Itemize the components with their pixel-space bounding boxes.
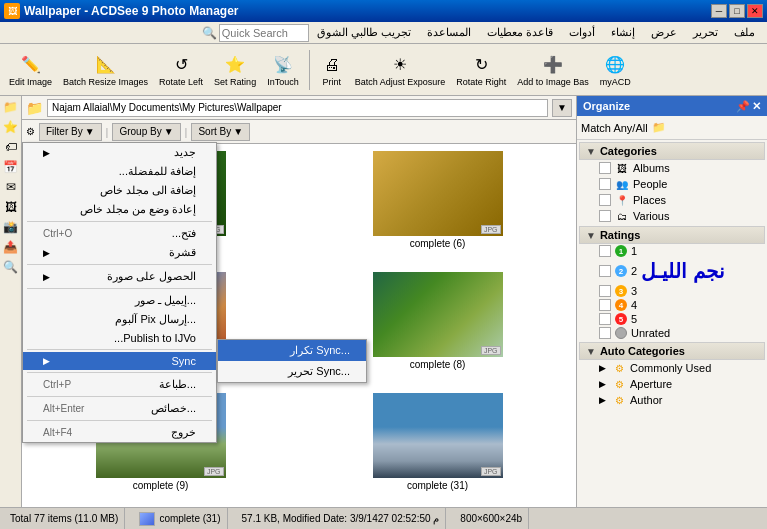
batch-adjust-icon: ☀	[388, 53, 412, 77]
org-item-commonly-used[interactable]: ▶ ⚙ Commonly Used	[579, 360, 765, 376]
albums-checkbox[interactable]	[599, 162, 611, 174]
org-item-rating-2[interactable]: 2 2 نجم الليـل	[579, 258, 765, 284]
status-current-file: complete (31)	[159, 513, 220, 524]
unrated-checkbox[interactable]	[599, 327, 611, 339]
sort-by-button[interactable]: Sort By ▼	[191, 123, 250, 141]
sidebar-icon-1[interactable]: 📁	[2, 98, 20, 116]
organize-pin-icon[interactable]: 📌	[736, 100, 750, 113]
address-go-button[interactable]: ▼	[552, 99, 572, 117]
quick-search-input[interactable]	[219, 24, 309, 42]
ctx-publish[interactable]: Publish to IJVo...	[23, 329, 216, 347]
org-item-aperture[interactable]: ▶ ⚙ Aperture	[579, 376, 765, 392]
batch-adjust-button[interactable]: ☀ Batch Adjust Exposure	[350, 47, 451, 93]
org-item-rating-1[interactable]: 1 1	[579, 244, 765, 258]
ctx-new[interactable]: جديد ▶	[23, 143, 216, 162]
org-item-unrated[interactable]: Unrated	[579, 326, 765, 340]
menu-prefs[interactable]: تجريب طالبي الشوق	[309, 24, 419, 41]
rating1-checkbox[interactable]	[599, 245, 611, 257]
rating4-checkbox[interactable]	[599, 299, 611, 311]
places-checkbox[interactable]	[599, 194, 611, 206]
sidebar-icon-7[interactable]: 📸	[2, 218, 20, 236]
ctx-get-image[interactable]: الحصول على صورة ▶	[23, 267, 216, 286]
org-item-albums[interactable]: 🖼 Albums	[579, 160, 765, 176]
ctx-publish-label: Publish to IJVo...	[114, 332, 196, 344]
categories-header[interactable]: ▼ Categories	[579, 142, 765, 160]
sidebar-icon-9[interactable]: 🔍	[2, 258, 20, 276]
org-item-places[interactable]: 📍 Places	[579, 192, 765, 208]
filter-icon: ⚙	[26, 126, 35, 137]
rating2-checkbox[interactable]	[599, 265, 611, 277]
batch-resize-button[interactable]: 📐 Batch Resize Images	[58, 47, 153, 93]
menu-view[interactable]: عرض	[643, 24, 685, 41]
rating5-checkbox[interactable]	[599, 313, 611, 325]
sidebar-icon-8[interactable]: 📤	[2, 238, 20, 256]
menu-file[interactable]: ملف	[726, 24, 763, 41]
ctx-sync[interactable]: Sync ▶	[23, 352, 216, 370]
match-any-all-label: Match Any/All	[581, 122, 648, 134]
sidebar-icon-6[interactable]: 🖼	[2, 198, 20, 216]
ctx-open[interactable]: فتح... Ctrl+O	[23, 224, 216, 243]
print-icon: 🖨	[320, 53, 344, 77]
add-to-image-bas-button[interactable]: ➕ Add to Image Bas	[512, 47, 594, 93]
ctx-new-label: جديد	[174, 146, 196, 159]
rating3-checkbox[interactable]	[599, 285, 611, 297]
toolbar-group-print: 🖨 Print ☀ Batch Adjust Exposure ↻ Rotate…	[315, 47, 636, 93]
myacd-button[interactable]: 🌐 myACD	[595, 47, 636, 93]
menu-edit[interactable]: تحرير	[685, 24, 726, 41]
organize-toolbar: Match Any/All 📁	[577, 116, 767, 140]
ctx-email[interactable]: ...إيميل ـ صور	[23, 291, 216, 310]
ctx-shell[interactable]: قشرة ▶	[23, 243, 216, 262]
sidebar-icon-3[interactable]: 🏷	[2, 138, 20, 156]
intouch-button[interactable]: 📡 InTouch	[262, 47, 304, 93]
sync-submenu-item-0[interactable]: ...Sync تكرار	[218, 340, 366, 361]
menu-create[interactable]: إنشاء	[603, 24, 643, 41]
org-item-rating-3[interactable]: 3 3	[579, 284, 765, 298]
minimize-button[interactable]: ─	[711, 4, 727, 18]
org-item-rating-5[interactable]: 5 5	[579, 312, 765, 326]
people-checkbox[interactable]	[599, 178, 611, 190]
sidebar-icon-4[interactable]: 📅	[2, 158, 20, 176]
folder-browse-icon[interactable]: 📁	[652, 121, 666, 134]
rating3-dot: 3	[615, 285, 627, 297]
batch-resize-label: Batch Resize Images	[63, 77, 148, 87]
various-checkbox[interactable]	[599, 210, 611, 222]
filter-by-button[interactable]: Filter By ▼	[39, 123, 102, 141]
ctx-pix[interactable]: ...إرسال Pix آلبوم	[23, 310, 216, 329]
rotate-right-button[interactable]: ↻ Rotate Right	[451, 47, 511, 93]
ctx-add-fav[interactable]: إضافة للمفضلة...	[23, 162, 216, 181]
rotate-left-button[interactable]: ↺ Rotate Left	[154, 47, 208, 93]
ctx-add-folder[interactable]: إضافة الى مجلد خاص	[23, 181, 216, 200]
ctx-restore-folder[interactable]: إعادة وضع من مجلد خاص	[23, 200, 216, 219]
sidebar-icon-2[interactable]: ⭐	[2, 118, 20, 136]
sync-submenu-item-1[interactable]: ...Sync تحرير	[218, 361, 366, 382]
menu-database[interactable]: قاعدة معطيات	[479, 24, 561, 41]
thumb-item-5[interactable]: JPG complete (31)	[303, 390, 572, 503]
ctx-print[interactable]: ...طباعة Ctrl+P	[23, 375, 216, 394]
rating2-dot: 2	[615, 265, 627, 277]
org-item-people[interactable]: 👥 People	[579, 176, 765, 192]
ctx-props[interactable]: ...خصائص Alt+Enter	[23, 399, 216, 418]
org-item-various[interactable]: 🗂 Various	[579, 208, 765, 224]
print-button[interactable]: 🖨 Print	[315, 47, 349, 93]
ctx-exit[interactable]: خروج Alt+F4	[23, 423, 216, 442]
rating2-label: 2	[631, 265, 637, 277]
ctx-sync-arrow: ▶	[43, 356, 50, 366]
group-by-button[interactable]: Group By ▼	[112, 123, 180, 141]
maximize-button[interactable]: □	[729, 4, 745, 18]
ratings-header[interactable]: ▼ Ratings	[579, 226, 765, 244]
expand-icon-3: ▶	[599, 395, 606, 405]
myacd-icon: 🌐	[603, 53, 627, 77]
org-item-rating-4[interactable]: 4 4	[579, 298, 765, 312]
close-button[interactable]: ✕	[747, 4, 763, 18]
menu-help[interactable]: المساعدة	[419, 24, 479, 41]
edit-image-button[interactable]: ✏️ Edit Image	[4, 47, 57, 93]
auto-categories-header[interactable]: ▼ Auto Categories	[579, 342, 765, 360]
thumb-item-1[interactable]: JPG complete (6)	[303, 148, 572, 261]
menu-tools[interactable]: أدوات	[561, 24, 603, 41]
org-item-author[interactable]: ▶ ⚙ Author	[579, 392, 765, 408]
organize-close-icon[interactable]: ✕	[752, 100, 761, 113]
address-input[interactable]	[47, 99, 548, 117]
set-rating-button[interactable]: ⭐ Set Rating	[209, 47, 261, 93]
unrated-dot	[615, 327, 627, 339]
sidebar-icon-5[interactable]: ✉	[2, 178, 20, 196]
